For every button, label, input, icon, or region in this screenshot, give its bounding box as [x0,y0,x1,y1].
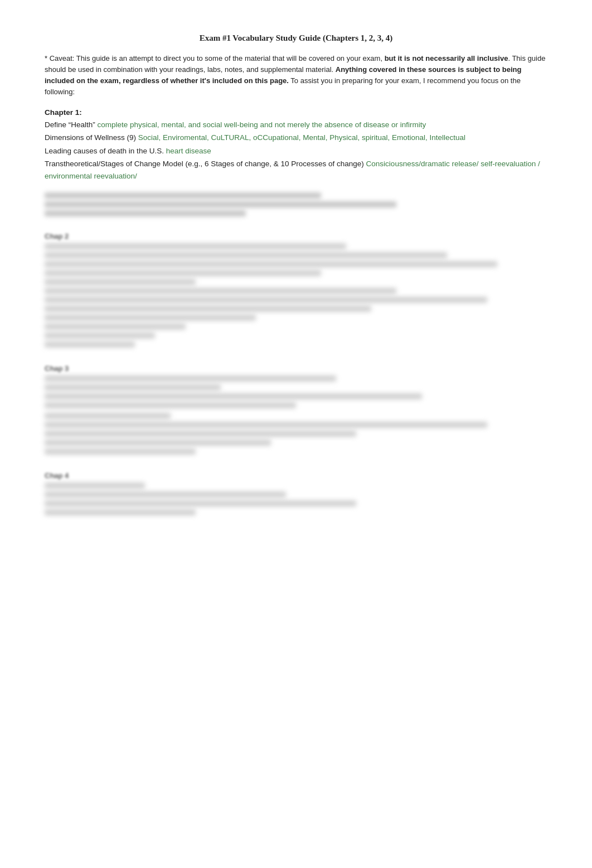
chapter4-content [45,483,547,515]
caveat-prefix: * Caveat: This guide is an attempt to di… [45,54,385,62]
wellness-answer-text: Social, Enviromental, CuLTURAL, oCCupati… [138,133,465,142]
chapter4-section: Chap 4 [45,471,547,515]
blurred-chapter1-continuation [45,192,547,216]
chapter1-heading: Chapter 1: [45,108,547,117]
death-causes: Leading causes of death in the U.S. hear… [45,145,547,157]
chapter3-heading: Chap 3 [45,364,547,373]
death-label: Leading causes of death in the U.S. [45,147,164,155]
health-definition: Define “Health” complete physical, menta… [45,119,547,131]
health-label: Define “Health” [45,120,95,129]
chapter2-content [45,243,547,348]
chapter4-heading: Chap 4 [45,471,547,480]
death-answer-text: heart disease [166,147,211,155]
chapter2-heading: Chap 2 [45,232,547,240]
wellness-label: Dimensions of Wellness (9) [45,133,136,142]
health-answer-text: complete physical, mental, and social we… [98,120,426,129]
chapter3-section: Chap 3 [45,364,547,455]
wellness-dimensions: Dimensions of Wellness (9) Social, Envir… [45,132,547,144]
transtheoretical-label: Transtheoretical/Stages of Change Model … [45,160,364,168]
transtheoretical: Transtheoretical/Stages of Change Model … [45,158,547,182]
chapter3-content [45,375,547,455]
page-title: Exam #1 Vocabulary Study Guide (Chapters… [45,33,547,43]
chapter2-section: Chap 2 [45,232,547,348]
blurred-text-1 [45,192,547,216]
caveat-block: * Caveat: This guide is an attempt to di… [45,53,547,98]
caveat-bold1: but it is not necessarily all inclusive [385,54,508,62]
chapter1-section: Chapter 1: Define “Health” complete phys… [45,108,547,182]
